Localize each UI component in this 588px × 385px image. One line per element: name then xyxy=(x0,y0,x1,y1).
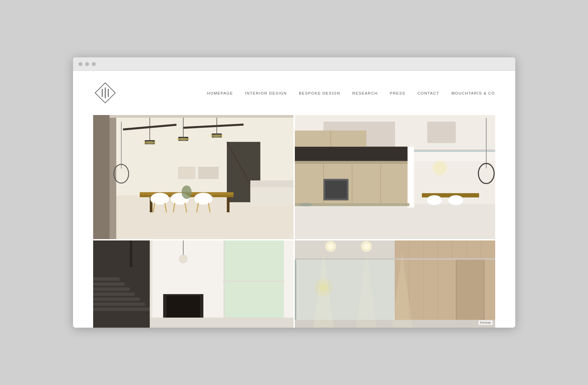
svg-point-94 xyxy=(179,255,187,263)
gallery-grid: Format xyxy=(93,115,495,328)
nav-link-homepage[interactable]: HOMEPAGE xyxy=(207,91,233,95)
nav-link-bespoke-design[interactable]: BESPOKE DESIGN xyxy=(299,91,340,95)
nav-link-press[interactable]: PRESS xyxy=(390,91,406,95)
nav-link-interior-design[interactable]: INTERIOR DESIGN xyxy=(245,91,287,95)
svg-rect-122 xyxy=(295,240,495,328)
format-badge: Format xyxy=(478,320,493,325)
nav-item-interior-design[interactable]: INTERIOR DESIGN xyxy=(245,90,287,96)
svg-rect-78 xyxy=(93,292,135,296)
nav-item-research[interactable]: RESEARCH xyxy=(352,90,378,96)
svg-rect-79 xyxy=(93,287,130,291)
browser-chrome xyxy=(73,57,515,71)
svg-rect-87 xyxy=(223,240,284,328)
svg-rect-77 xyxy=(93,297,140,301)
nav-link-mouchtaris[interactable]: MOUCHTARIS & CO xyxy=(451,91,495,95)
svg-rect-82 xyxy=(130,240,132,267)
browser-dot-yellow[interactable] xyxy=(85,62,89,66)
svg-rect-88 xyxy=(223,240,225,328)
nav-item-press[interactable]: PRESS xyxy=(390,90,406,96)
main-nav: HOMEPAGE INTERIOR DESIGN BESPOKE DESIGN … xyxy=(207,90,495,96)
gallery-item-3[interactable] xyxy=(93,240,293,328)
gallery-item-1[interactable] xyxy=(93,115,293,239)
nav-item-mouchtaris[interactable]: MOUCHTARIS & CO xyxy=(451,90,495,96)
site-header: HOMEPAGE INTERIOR DESIGN BESPOKE DESIGN … xyxy=(73,71,515,115)
browser-window: HOMEPAGE INTERIOR DESIGN BESPOKE DESIGN … xyxy=(73,57,515,328)
nav-item-homepage[interactable]: HOMEPAGE xyxy=(207,90,233,96)
svg-rect-76 xyxy=(93,302,145,306)
logo-container[interactable] xyxy=(93,81,117,105)
svg-rect-92 xyxy=(150,240,152,328)
browser-dot-red[interactable] xyxy=(78,62,82,66)
svg-rect-72 xyxy=(295,115,495,239)
svg-rect-81 xyxy=(93,277,120,281)
gallery-item-4[interactable]: Format xyxy=(295,240,495,328)
browser-dot-green[interactable] xyxy=(92,62,96,66)
svg-rect-95 xyxy=(150,318,293,328)
gallery-item-2[interactable] xyxy=(295,115,495,239)
nav-item-contact[interactable]: CONTACT xyxy=(417,90,439,96)
logo-diamond xyxy=(93,81,117,105)
svg-rect-43 xyxy=(93,115,293,239)
nav-item-bespoke-design[interactable]: BESPOKE DESIGN xyxy=(299,90,340,96)
nav-menu: HOMEPAGE INTERIOR DESIGN BESPOKE DESIGN … xyxy=(207,90,495,96)
nav-link-research[interactable]: RESEARCH xyxy=(352,91,378,95)
nav-link-contact[interactable]: CONTACT xyxy=(417,91,439,95)
svg-rect-89 xyxy=(223,281,284,282)
svg-rect-75 xyxy=(93,308,150,311)
svg-rect-80 xyxy=(93,282,125,286)
browser-content: HOMEPAGE INTERIOR DESIGN BESPOKE DESIGN … xyxy=(73,71,515,328)
